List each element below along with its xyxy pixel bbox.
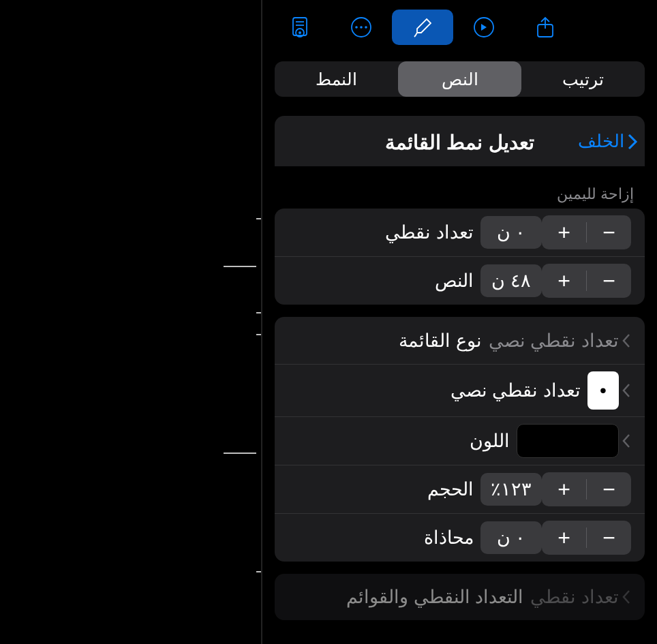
bullets-lists-label: التعداد النقطي والقوائم (288, 586, 523, 608)
redo-icon (472, 15, 496, 40)
indent-group: تعداد نقطي ٠ ن − + النص ٤٨ ن − + (275, 209, 645, 305)
paintbrush-icon (410, 15, 435, 40)
size-increase[interactable]: + (542, 472, 586, 506)
text-indent-label: النص (288, 270, 474, 292)
size-stepper: − + (542, 472, 631, 506)
callout-line-1 (224, 266, 256, 267)
align-decrease[interactable]: − (587, 521, 631, 555)
list-style-group: نوع القائمة تعداد نقطي نصي تعداد نقطي نص… (275, 317, 645, 562)
back-label: الخلف (578, 131, 624, 152)
document-view-icon (288, 15, 312, 40)
panel-header: الخلف تعديل نمط القائمة (275, 116, 645, 166)
share-icon (534, 15, 556, 40)
svg-point-8 (365, 26, 367, 29)
tab-text[interactable]: النص (398, 61, 521, 97)
size-value: ١٢٣٪ (480, 473, 542, 506)
bullet-char-label: تعداد نقطي نصي (288, 380, 581, 401)
bullet-char-row[interactable]: تعداد نقطي نصي • (275, 365, 645, 417)
bullet-indent-value: ٠ ن (480, 216, 542, 249)
align-stepper: − + (542, 521, 631, 555)
document-view-button[interactable] (269, 7, 331, 48)
svg-point-6 (355, 26, 358, 29)
chevron-left-icon (619, 333, 631, 349)
format-tabs: النمط النص ترتيب (262, 55, 657, 97)
list-type-value: تعداد نقطي نصي (489, 330, 619, 352)
more-button[interactable] (331, 7, 392, 48)
text-indent-decrease[interactable]: − (587, 264, 631, 298)
bullet-indent-increase[interactable]: + (542, 215, 586, 249)
size-row: الحجم ١٢٣٪ − + (275, 465, 645, 514)
indent-section-label: إزاحة لليمين (275, 166, 645, 209)
align-row: محاذاة ٠ ن − + (275, 514, 645, 562)
more-icon (349, 15, 373, 40)
size-decrease[interactable]: − (587, 472, 631, 506)
bullets-lists-row[interactable]: التعداد النقطي والقوائم تعداد نقطي (275, 574, 645, 620)
list-type-row[interactable]: نوع القائمة تعداد نقطي نصي (275, 317, 645, 365)
list-type-label: نوع القائمة (288, 330, 482, 352)
toolbar (262, 0, 657, 55)
content: الخلف تعديل نمط القائمة إزاحة لليمين تعد… (262, 97, 657, 620)
align-label: محاذاة (288, 527, 474, 549)
share-button[interactable] (515, 7, 576, 48)
format-panel: النمط النص ترتيب الخلف تعديل نمط القائمة… (261, 0, 657, 644)
chevron-left-icon (619, 433, 631, 449)
svg-point-2 (299, 31, 301, 34)
tab-style[interactable]: النمط (275, 61, 398, 97)
format-button[interactable] (392, 10, 453, 45)
color-label: اللون (288, 430, 510, 452)
tab-arrange[interactable]: ترتيب (521, 61, 645, 97)
chevron-left-icon (619, 589, 631, 605)
text-indent-stepper: − + (542, 264, 631, 298)
align-value: ٠ ن (480, 521, 542, 554)
bullet-indent-row: تعداد نقطي ٠ ن − + (275, 209, 645, 257)
redo-button[interactable] (453, 7, 515, 48)
bullets-lists-value: تعداد نقطي (530, 586, 619, 608)
bullet-indent-label: تعداد نقطي (288, 221, 474, 243)
callout-line-2 (224, 453, 256, 454)
align-increase[interactable]: + (542, 521, 586, 555)
bullet-indent-stepper: − + (542, 215, 631, 249)
svg-point-7 (360, 26, 363, 29)
bullet-preview: • (587, 371, 619, 410)
color-row[interactable]: اللون (275, 417, 645, 465)
back-button[interactable]: الخلف (578, 131, 645, 152)
chevron-right-icon (627, 133, 638, 151)
chevron-left-icon (619, 382, 631, 399)
color-swatch (517, 424, 619, 458)
text-indent-value: ٤٨ ن (480, 264, 542, 297)
size-label: الحجم (288, 478, 474, 500)
bullet-indent-decrease[interactable]: − (587, 215, 631, 249)
text-indent-row: النص ٤٨ ن − + (275, 257, 645, 305)
bullet-char: • (600, 380, 607, 401)
text-indent-increase[interactable]: + (542, 264, 586, 298)
